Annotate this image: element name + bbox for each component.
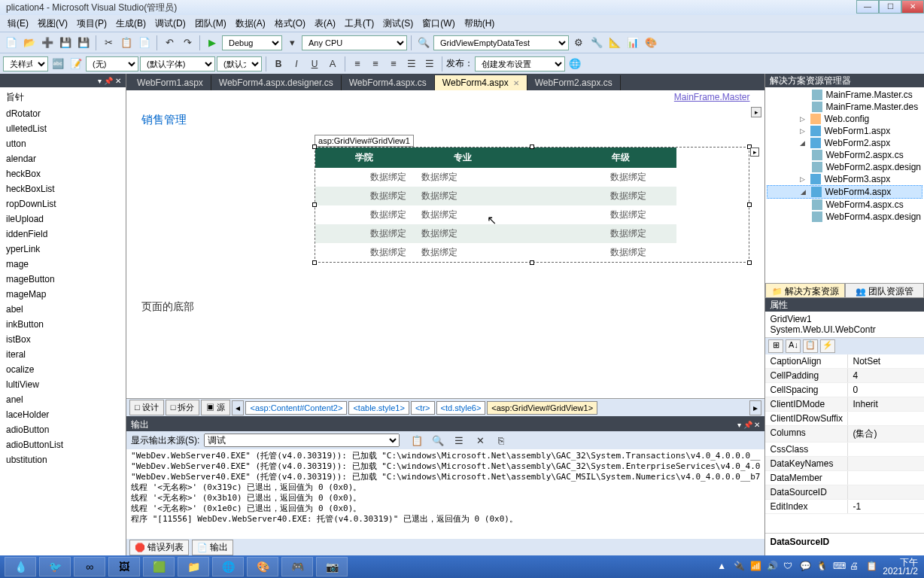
editor-tab[interactable]: WebForm1.aspx — [129, 75, 211, 90]
tray-icon[interactable]: ▲ — [717, 561, 729, 573]
property-value[interactable]: 0 — [848, 383, 924, 397]
tool4-icon[interactable]: 📊 — [625, 35, 641, 51]
master-page-link[interactable]: MainFrame.Master — [674, 92, 750, 102]
props-icon[interactable]: 📋 — [803, 339, 818, 353]
taskbar-app[interactable]: 🎮 — [281, 557, 313, 576]
taskbar-app[interactable]: 🖼 — [108, 557, 140, 576]
output-tool-icon[interactable]: 📋 — [409, 432, 425, 449]
toolbox-item[interactable]: abel — [0, 302, 126, 317]
tray-icon[interactable]: ⌨ — [833, 561, 845, 573]
underline-icon[interactable]: U — [306, 56, 323, 72]
property-value[interactable] — [848, 457, 924, 470]
property-value[interactable]: Inherit — [848, 397, 924, 411]
designer-surface[interactable]: MainFrame.Master ▸ 销售管理 asp:GridView#Gri… — [126, 90, 764, 398]
taskbar-app[interactable]: 📷 — [316, 557, 348, 576]
resize-handle[interactable] — [747, 202, 752, 207]
alphabetical-icon[interactable]: A↓ — [786, 339, 801, 353]
smart-tag-icon[interactable]: ▸ — [750, 148, 759, 157]
taskbar-app[interactable]: 🐦 — [39, 557, 71, 576]
menu-item[interactable]: 辑(E) — [3, 16, 33, 32]
toolbox-item[interactable]: dRotator — [0, 106, 126, 121]
config-select[interactable]: Debug — [222, 35, 282, 50]
menu-item[interactable]: 视图(V) — [33, 16, 72, 32]
property-row[interactable]: DataSourceID — [765, 485, 924, 500]
tree-item[interactable]: ▷Web.config — [767, 113, 922, 125]
tool-icon[interactable]: ⚙ — [570, 35, 587, 51]
toolbox-item[interactable]: laceHolder — [0, 407, 126, 422]
menu-item[interactable]: 调试(D) — [150, 16, 190, 32]
expand-icon[interactable]: ▷ — [800, 127, 807, 135]
toolbox-item[interactable]: heckBoxList — [0, 181, 126, 196]
italic-icon[interactable]: I — [288, 56, 305, 72]
redo-icon[interactable]: ↷ — [179, 35, 196, 51]
editor-tab[interactable]: WebForm2.aspx.cs — [527, 75, 621, 90]
property-row[interactable]: Columns(集合) — [765, 426, 924, 443]
resize-handle[interactable] — [312, 144, 317, 149]
toolbox-item[interactable]: 旨针 — [0, 89, 126, 106]
categorized-icon[interactable]: ⊞ — [768, 339, 783, 353]
property-value[interactable] — [848, 485, 924, 499]
menu-item[interactable]: 生成(B) — [111, 16, 150, 32]
tray-icon[interactable]: 🖨 — [850, 561, 862, 573]
property-value[interactable]: (集合) — [848, 426, 924, 442]
element-select[interactable]: (无) — [86, 56, 138, 71]
property-row[interactable]: CssClass — [765, 443, 924, 457]
toolbox-item[interactable]: iddenField — [0, 227, 126, 242]
taskbar-app[interactable]: 🟩 — [143, 557, 175, 576]
breadcrumb-item[interactable]: <tr> — [411, 401, 435, 415]
resize-handle[interactable] — [530, 144, 534, 149]
property-row[interactable]: ClientIDRowSuffix — [765, 412, 924, 426]
toolbox-item[interactable]: adioButtonList — [0, 437, 126, 452]
tray-icon[interactable]: 💬 — [800, 561, 812, 573]
tree-item[interactable]: ◢WebForm4.aspx — [767, 185, 922, 199]
output-tool-icon[interactable]: ☰ — [451, 432, 467, 449]
tree-item[interactable]: MainFrame.Master.cs — [767, 89, 922, 101]
toolbox-item[interactable]: alendar — [0, 151, 126, 166]
property-value[interactable]: NotSet — [848, 354, 924, 368]
clock[interactable]: 下午 2021/1/2 — [883, 558, 918, 576]
toolbox-item[interactable]: anel — [0, 392, 126, 407]
property-row[interactable]: CellSpacing0 — [765, 383, 924, 397]
list2-icon[interactable]: ☰ — [421, 56, 438, 72]
tree-item[interactable]: WebForm4.aspx.design — [767, 211, 922, 223]
tree-item[interactable]: WebForm2.aspx.cs — [767, 149, 922, 161]
toolbox-item[interactable]: inkButton — [0, 317, 126, 332]
color-icon[interactable]: A — [324, 56, 341, 72]
add-icon[interactable]: ➕ — [39, 35, 56, 51]
open-icon[interactable]: 📂 — [21, 35, 38, 51]
toolbox-item[interactable]: iteral — [0, 347, 126, 362]
cut-icon[interactable]: ✂ — [100, 35, 117, 51]
close-button[interactable]: ✕ — [901, 0, 924, 14]
menu-item[interactable]: 表(A) — [310, 16, 340, 32]
tool3-icon[interactable]: 📐 — [606, 35, 623, 51]
list-icon[interactable]: ☰ — [403, 56, 420, 72]
resize-handle[interactable] — [312, 260, 317, 265]
menu-item[interactable]: 项目(P) — [72, 16, 111, 32]
menu-item[interactable]: 工具(T) — [340, 16, 378, 32]
tree-item[interactable]: ▷WebForm3.aspx — [767, 173, 922, 185]
design-view-tab[interactable]: □ 设计 — [129, 400, 164, 415]
tray-icon[interactable]: 🔊 — [767, 561, 779, 573]
tree-item[interactable]: ◢WebForm2.aspx — [767, 137, 922, 149]
output-tool-icon[interactable]: ⎘ — [493, 432, 509, 449]
source-view-tab[interactable]: ▣ 源 — [201, 400, 230, 415]
events-icon[interactable]: ⚡ — [820, 339, 835, 353]
properties-object[interactable]: GridView1 System.Web.UI.WebContr — [765, 312, 924, 338]
tray-icon[interactable]: 🐧 — [816, 561, 828, 573]
property-value[interactable] — [848, 471, 924, 485]
tree-item[interactable]: WebForm4.aspx.cs — [767, 199, 922, 211]
scroll-right-icon[interactable]: ▸ — [751, 107, 761, 117]
tray-icon[interactable]: 🛡 — [783, 561, 795, 573]
breadcrumb-item[interactable]: <table.style1> — [348, 401, 409, 415]
gridview-control[interactable]: ▸ 学院 专业 年级 数据绑定数据绑定数据绑定 数据绑定数据绑定数据绑定 数据绑… — [315, 147, 749, 263]
minimize-button[interactable]: — — [856, 0, 879, 14]
align-center-icon[interactable]: ≡ — [367, 56, 384, 72]
breadcrumb-item[interactable]: <td.style6> — [436, 401, 486, 415]
bold-icon[interactable]: B — [270, 56, 287, 72]
toolbox-item[interactable]: utton — [0, 136, 126, 151]
menu-item[interactable]: 窗口(W) — [418, 16, 459, 32]
style-icon[interactable]: 🔤 — [50, 56, 66, 72]
toolbox-item[interactable]: ulletedList — [0, 121, 126, 136]
publish-icon[interactable]: 🌐 — [567, 56, 583, 72]
resize-handle[interactable] — [530, 260, 534, 265]
